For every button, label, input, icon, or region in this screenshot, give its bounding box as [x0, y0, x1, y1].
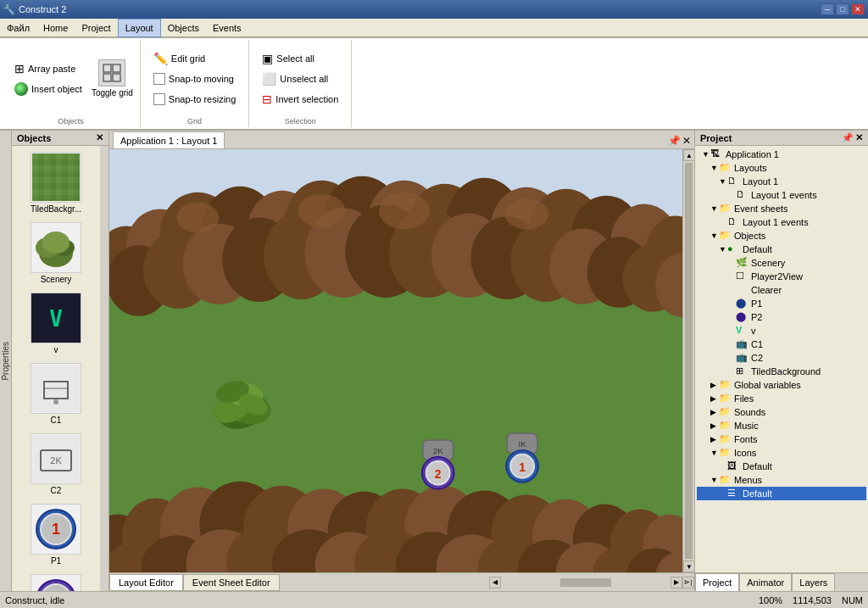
- hscrollbar-track[interactable]: [501, 577, 670, 588]
- snap-moving-checkbox[interactable]: [153, 73, 165, 85]
- proj-tab-layers[interactable]: Layers: [792, 573, 835, 592]
- tree-item-eventsheets[interactable]: ▼ 📁 Event sheets: [697, 202, 866, 215]
- canvas-tab-layout[interactable]: Application 1 : Layout 1: [113, 131, 225, 148]
- object-item-tiledbackgr[interactable]: TiledBackgr...: [15, 149, 97, 216]
- tree-arrow-menus: ▼: [710, 476, 719, 484]
- ribbon-objects-title: Objects: [8, 115, 133, 126]
- project-tree: ▼ 🏗 Application 1 ▼ 📁 Layouts ▼ 🗋 Layout…: [695, 146, 868, 572]
- tree-item-icons-default[interactable]: 🖼 Default: [697, 460, 866, 473]
- menu-objects[interactable]: Objects: [161, 19, 206, 37]
- player1-sprite: IK 1: [505, 433, 539, 483]
- tree-item-layouts[interactable]: ▼ 📁 Layouts: [697, 161, 866, 175]
- menu-file[interactable]: Файл: [0, 19, 36, 37]
- insert-object-button[interactable]: Insert object: [8, 80, 88, 98]
- snap-moving-button[interactable]: Snap-to moving: [147, 70, 242, 88]
- icons-default-tree-icon: 🖼: [727, 460, 741, 472]
- tree-item-tiledbackground[interactable]: ⊞ TiledBackground: [697, 365, 866, 378]
- tree-item-menus[interactable]: ▼ 📁 Menus: [697, 473, 866, 487]
- tree-arrow-layout1: ▼: [719, 177, 727, 186]
- project-close-icon[interactable]: ✕: [855, 132, 863, 143]
- canvas-close-icon[interactable]: ✕: [682, 135, 691, 147]
- object-item-c1[interactable]: C1: [15, 360, 97, 427]
- canvas-tab-layout-editor[interactable]: Layout Editor: [109, 574, 183, 591]
- object-item-p1[interactable]: 1 P1: [15, 501, 97, 568]
- object-item-scenery[interactable]: Scenery: [15, 220, 97, 287]
- hscroll-left-arrow[interactable]: ◀: [489, 577, 501, 588]
- restore-button[interactable]: □: [836, 3, 849, 15]
- canvas-viewport[interactable]: IK 1 2K: [109, 149, 682, 572]
- tree-item-default-group[interactable]: ▼ ● Default: [697, 243, 866, 256]
- canvas-pin-icon[interactable]: 📌: [668, 135, 681, 147]
- tree-item-global-vars[interactable]: ▶ 📁 Global variables: [697, 378, 866, 392]
- tree-item-v[interactable]: V v: [697, 324, 866, 337]
- vscroll-up-arrow[interactable]: ▲: [683, 149, 694, 161]
- project-panel-title: Project: [700, 133, 732, 143]
- tree-item-p2[interactable]: ⬤ P2: [697, 310, 866, 324]
- object-item-c2[interactable]: 2K C2: [15, 431, 97, 498]
- tree-item-application[interactable]: ▼ 🏗 Application 1: [697, 148, 866, 161]
- svg-text:1: 1: [519, 460, 526, 474]
- hscroll-right-arrow[interactable]: ▶: [670, 577, 682, 588]
- tree-item-p1[interactable]: ⬤ P1: [697, 297, 866, 310]
- menu-events[interactable]: Events: [206, 19, 248, 37]
- minimize-button[interactable]: ─: [821, 3, 834, 15]
- tree-label-clearer: Clearer: [751, 285, 782, 295]
- project-panel: Project 📌 ✕ ▼ 🏗 Application 1 ▼ 📁 Layout…: [694, 131, 868, 591]
- array-paste-button[interactable]: ⊞ Array paste: [8, 59, 88, 78]
- canvas-tab-event-editor[interactable]: Event Sheet Editor: [183, 574, 280, 591]
- tree-item-icons[interactable]: ▼ 📁 Icons: [697, 446, 866, 460]
- object-thumb-p2: 2: [31, 574, 81, 591]
- invert-selection-icon: ⊟: [262, 92, 272, 106]
- proj-tab-animator[interactable]: Animator: [739, 573, 792, 592]
- hscroll-thumb[interactable]: [560, 578, 611, 587]
- objects-panel: Objects ✕: [12, 131, 109, 591]
- tree-item-eventsheets-l1[interactable]: 🗋 Layout 1 events: [697, 215, 866, 229]
- tree-item-objects-folder[interactable]: ▼ 📁 Objects: [697, 229, 866, 243]
- tree-item-scenery[interactable]: 🌿 Scenery: [697, 256, 866, 270]
- tree-arrow-fonts: ▶: [710, 435, 719, 443]
- tiledbackgr-preview: [32, 153, 80, 201]
- close-objects-icon[interactable]: ✕: [96, 132, 103, 143]
- tree-item-player2view[interactable]: ☐ Player2View: [697, 270, 866, 283]
- object-item-v[interactable]: V v: [15, 290, 97, 357]
- menu-home[interactable]: Home: [36, 19, 75, 37]
- proj-tab-project[interactable]: Project: [695, 573, 739, 592]
- close-button[interactable]: ✕: [851, 3, 865, 15]
- menu-layout[interactable]: Layout: [118, 19, 161, 37]
- object-name-c2: C2: [51, 486, 62, 495]
- unselect-all-button[interactable]: ⬜ Unselect all: [256, 70, 344, 88]
- edit-grid-label: Edit grid: [171, 53, 205, 64]
- canvas-vscrollbar[interactable]: ▲ ▼: [682, 149, 694, 572]
- tree-item-files[interactable]: ▶ 📁 Files: [697, 392, 866, 405]
- object-name-c1: C1: [51, 416, 62, 425]
- tree-item-sounds[interactable]: ▶ 📁 Sounds: [697, 405, 866, 419]
- select-all-button[interactable]: ▣ Select all: [256, 49, 344, 68]
- tree-item-menus-default[interactable]: ☰ Default: [697, 487, 866, 500]
- vscroll-down-arrow[interactable]: ▼: [683, 561, 694, 572]
- tree-item-clearer[interactable]: Clearer: [697, 283, 866, 297]
- objects-scrollbar[interactable]: [100, 146, 108, 591]
- tree-item-c2[interactable]: 📺 C2: [697, 351, 866, 365]
- menu-project[interactable]: Project: [75, 19, 117, 37]
- tree-item-c1[interactable]: 📺 C1: [697, 337, 866, 351]
- tree-item-fonts[interactable]: ▶ 📁 Fonts: [697, 432, 866, 446]
- titlebar-left: 🔧 Construct 2: [3, 4, 66, 15]
- status-bar: Construct, idle 100% 1114,503 NUM: [0, 591, 868, 608]
- project-pin-icon[interactable]: 📌: [842, 132, 854, 143]
- tree-item-layout1[interactable]: ▼ 🗋 Layout 1: [697, 175, 866, 188]
- tree-label-v: v: [751, 326, 756, 336]
- edit-grid-button[interactable]: ✏️ Edit grid: [147, 49, 242, 68]
- vscroll-thumb[interactable]: [685, 163, 693, 559]
- tree-label-icons-default: Default: [743, 461, 772, 471]
- tree-item-music[interactable]: ▶ 📁 Music: [697, 419, 866, 432]
- object-item-p2[interactable]: 2 P2: [15, 572, 97, 591]
- tree-label-scenery: Scenery: [751, 258, 785, 268]
- snap-resizing-button[interactable]: Snap-to resizing: [147, 90, 242, 109]
- snap-resizing-checkbox[interactable]: [153, 93, 165, 105]
- invert-selection-button[interactable]: ⊟ Invert selection: [256, 90, 344, 109]
- unselect-all-label: Unselect all: [280, 74, 328, 84]
- array-paste-icon: ⊞: [14, 62, 25, 75]
- tree-item-layout1-events[interactable]: 🗋 Layout 1 events: [697, 188, 866, 202]
- toggle-grid-label[interactable]: Toggle grid: [92, 88, 133, 98]
- hscroll-end-arrow[interactable]: ⊳|: [682, 577, 694, 588]
